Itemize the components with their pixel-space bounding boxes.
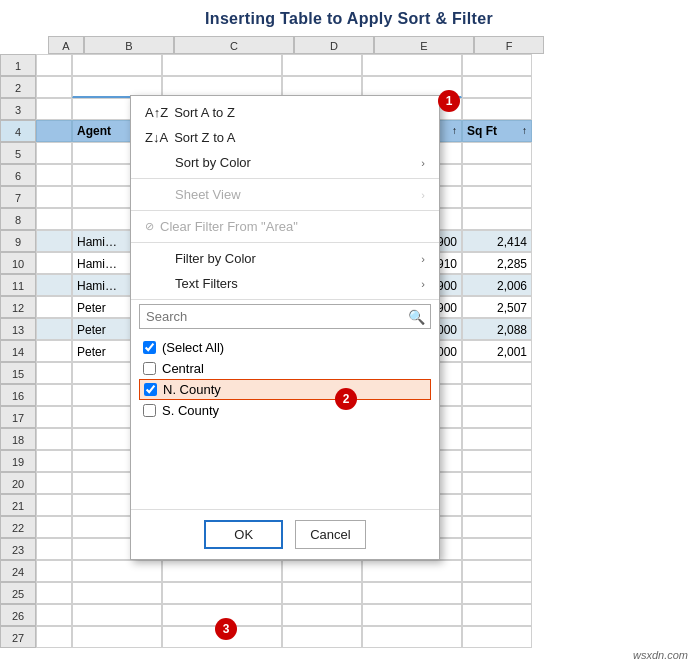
cell-f14: 2,001	[462, 340, 532, 362]
row-num-16: 16	[0, 384, 36, 406]
menu-item-filter-color[interactable]: Filter by Color ›	[131, 246, 439, 271]
cell-f2	[462, 76, 532, 98]
col-letter-d: D	[294, 36, 374, 54]
row-26: 26	[0, 604, 698, 626]
badge-1: 1	[438, 90, 460, 112]
sheet-view-label: Sheet View	[175, 187, 241, 202]
checkbox-n-county-input[interactable]	[144, 383, 157, 396]
row-num-11: 11	[0, 274, 36, 296]
cell-b1	[72, 54, 162, 76]
col-letter-a: A	[48, 36, 84, 54]
cancel-button[interactable]: Cancel	[295, 520, 365, 549]
cell-f1	[462, 54, 532, 76]
cell-a4	[36, 120, 72, 142]
row-num-19: 19	[0, 450, 36, 472]
row-27: 27	[0, 626, 698, 648]
row-num-6: 6	[0, 164, 36, 186]
text-filters-label: Text Filters	[175, 276, 238, 291]
spreadsheet: Inserting Table to Apply Sort & Filter A…	[0, 0, 698, 667]
checkbox-s-county-label: S. County	[162, 403, 219, 418]
checkbox-central-input[interactable]	[143, 362, 156, 375]
row-num-4: 4	[0, 120, 36, 142]
header-sqft: Sq Ft ↑	[462, 120, 532, 142]
row-num-25: 25	[0, 582, 36, 604]
row-num-15: 15	[0, 362, 36, 384]
row-num-24: 24	[0, 560, 36, 582]
sheet-view-arrow: ›	[421, 189, 425, 201]
cell-f10: 2,285	[462, 252, 532, 274]
menu-item-sheet-view: Sheet View ›	[131, 182, 439, 207]
list-spacer	[131, 425, 439, 505]
row-25: 25	[0, 582, 698, 604]
row-num-21: 21	[0, 494, 36, 516]
cell-f11: 2,006	[462, 274, 532, 296]
sort-za-label: Sort Z to A	[174, 130, 235, 145]
menu-item-sort-color[interactable]: Sort by Color ›	[131, 150, 439, 175]
filter-dropdown: A↑Z Sort A to Z Z↓A Sort Z to A Sort by …	[130, 95, 440, 560]
badge-3: 3	[215, 618, 237, 640]
clear-filter-icon: ⊘	[145, 220, 154, 233]
row-num-9: 9	[0, 230, 36, 252]
row-num-2: 2	[0, 76, 36, 98]
cell-a3	[36, 98, 72, 120]
separator-3	[131, 242, 439, 243]
cell-c1	[162, 54, 282, 76]
row-num-17: 17	[0, 406, 36, 428]
header-sqft-label: Sq Ft	[467, 120, 497, 142]
cell-f12: 2,507	[462, 296, 532, 318]
row-num-22: 22	[0, 516, 36, 538]
row-24: 24	[0, 560, 698, 582]
separator-4	[131, 299, 439, 300]
row-num-8: 8	[0, 208, 36, 230]
cell-f9: 2,414	[462, 230, 532, 252]
row-num-1: 1	[0, 54, 36, 76]
col-letter-b: B	[84, 36, 174, 54]
filter-color-arrow: ›	[421, 253, 425, 265]
row-num-27: 27	[0, 626, 36, 648]
row-num-10: 10	[0, 252, 36, 274]
checkbox-s-county-input[interactable]	[143, 404, 156, 417]
cell-f3	[462, 98, 532, 120]
checkbox-select-all-label: (Select All)	[162, 340, 224, 355]
text-filters-arrow: ›	[421, 278, 425, 290]
ok-button[interactable]: OK	[204, 520, 283, 549]
row-num-20: 20	[0, 472, 36, 494]
dialog-buttons: OK Cancel	[131, 509, 439, 555]
filter-color-label: Filter by Color	[175, 251, 256, 266]
cell-a1	[36, 54, 72, 76]
checkbox-central[interactable]: Central	[139, 358, 431, 379]
col-letter-e: E	[374, 36, 474, 54]
menu-item-sort-az[interactable]: A↑Z Sort A to Z	[131, 100, 439, 125]
sort-color-label: Sort by Color	[175, 155, 251, 170]
clear-filter-label: Clear Filter From "Area"	[160, 219, 298, 234]
checkbox-list: (Select All) Central N. County S. County	[131, 333, 439, 425]
sort-az-icon: A↑Z	[145, 105, 168, 120]
search-input[interactable]	[139, 304, 431, 329]
checkbox-n-county[interactable]: N. County	[139, 379, 431, 400]
menu-item-text-filters[interactable]: Text Filters ›	[131, 271, 439, 296]
cell-e1	[362, 54, 462, 76]
checkbox-central-label: Central	[162, 361, 204, 376]
badge-2: 2	[335, 388, 357, 410]
checkbox-select-all-input[interactable]	[143, 341, 156, 354]
page-title: Inserting Table to Apply Sort & Filter	[0, 0, 698, 36]
menu-item-sort-za[interactable]: Z↓A Sort Z to A	[131, 125, 439, 150]
watermark: wsxdn.com	[633, 649, 688, 661]
cell-d1	[282, 54, 362, 76]
sort-color-arrow: ›	[421, 157, 425, 169]
row-num-7: 7	[0, 186, 36, 208]
checkbox-s-county[interactable]: S. County	[139, 400, 431, 421]
row-num-3: 3	[0, 98, 36, 120]
header-price-filter[interactable]: ↑	[452, 120, 457, 142]
sort-za-icon: Z↓A	[145, 130, 168, 145]
row-num-23: 23	[0, 538, 36, 560]
checkbox-n-county-label: N. County	[163, 382, 221, 397]
checkbox-select-all[interactable]: (Select All)	[139, 337, 431, 358]
col-letter-row: A B C D E F	[48, 36, 698, 54]
row-num-13: 13	[0, 318, 36, 340]
menu-item-clear-filter: ⊘ Clear Filter From "Area"	[131, 214, 439, 239]
col-letter-c: C	[174, 36, 294, 54]
row-num-14: 14	[0, 340, 36, 362]
search-container: 🔍	[139, 304, 431, 329]
header-sqft-filter[interactable]: ↑	[522, 120, 527, 142]
